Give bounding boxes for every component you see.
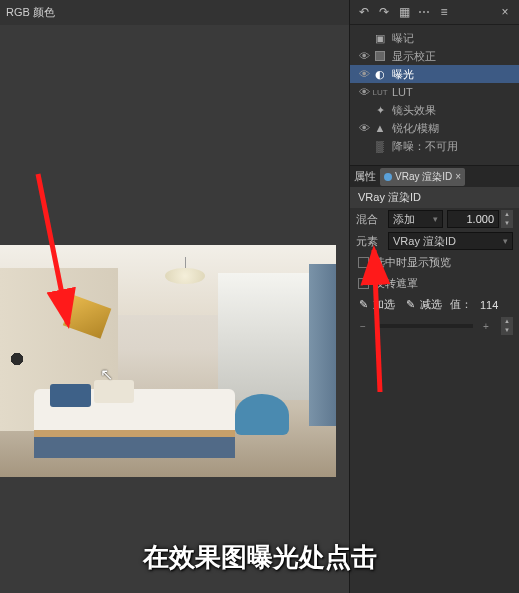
tab-close-icon[interactable]: ×: [455, 171, 461, 182]
subtract-selection-button[interactable]: ✎ 减选: [403, 297, 442, 312]
eye-icon[interactable]: 👁: [356, 68, 372, 80]
value-slider[interactable]: [376, 324, 473, 328]
render-viewport[interactable]: ↖: [0, 25, 349, 593]
render-image[interactable]: ↖: [0, 245, 336, 477]
grid-icon[interactable]: ▦: [396, 4, 412, 20]
record-icon: ▣: [372, 32, 388, 44]
eyedropper-plus-icon: ✎: [356, 298, 370, 312]
layer-row[interactable]: 👁 ▲ 锐化/模糊: [350, 119, 519, 137]
element-select[interactable]: VRay 渲染ID ▾: [388, 232, 513, 250]
tab-vray-renderid[interactable]: VRay 渲染ID ×: [380, 168, 465, 186]
mix-mode-select[interactable]: 添加 ▾: [388, 210, 443, 228]
chevron-down-icon: ▾: [503, 236, 508, 246]
chevron-down-icon: ▾: [433, 214, 438, 224]
value-number: 114: [480, 299, 498, 311]
checkbox-icon[interactable]: [372, 50, 388, 62]
add-selection-button[interactable]: ✎ 加选: [356, 297, 395, 312]
layer-row-exposure[interactable]: 👁 ◐ 曝光: [350, 65, 519, 83]
layer-row[interactable]: ▣ 曝记: [350, 29, 519, 47]
preview-label: 选中时显示预览: [374, 255, 451, 270]
menu-icon[interactable]: ≡: [436, 4, 452, 20]
lut-icon: LUT: [372, 86, 388, 98]
layer-row[interactable]: 👁 显示校正: [350, 47, 519, 65]
correction-layer-list: ▣ 曝记 👁 显示校正 👁 ◐ 曝光 👁 LUT LUT ✦ 镜头效果 👁 ▲ …: [350, 25, 519, 159]
minus-icon[interactable]: −: [356, 319, 370, 333]
preview-checkbox[interactable]: [358, 257, 369, 268]
spinner-icon[interactable]: ▲▼: [501, 317, 513, 335]
lens-icon: ✦: [372, 104, 388, 116]
element-label: 元素: [356, 234, 388, 249]
layer-row[interactable]: ✦ 镜头效果: [350, 101, 519, 119]
mode-label[interactable]: RGB 颜色: [6, 5, 55, 20]
mix-label: 混合: [356, 212, 388, 227]
section-title: VRay 渲染ID: [350, 187, 519, 208]
sharpen-icon: ▲: [372, 122, 388, 134]
eye-icon[interactable]: 👁: [356, 86, 372, 98]
invert-mask-checkbox[interactable]: [358, 278, 369, 289]
redo-icon[interactable]: ↷: [376, 4, 392, 20]
layer-row[interactable]: ▒ 降噪：不可用: [350, 137, 519, 155]
close-icon[interactable]: ×: [497, 4, 513, 20]
eye-icon[interactable]: 👁: [356, 122, 372, 134]
mix-value-input[interactable]: 1.000: [447, 210, 499, 228]
more-icon[interactable]: ⋯: [416, 4, 432, 20]
layer-row[interactable]: 👁 LUT LUT: [350, 83, 519, 101]
properties-label: 属性: [354, 169, 376, 184]
plus-icon[interactable]: +: [479, 319, 493, 333]
history-icon[interactable]: ↶: [356, 4, 372, 20]
value-label: 值：: [450, 297, 472, 312]
invert-mask-label: 反转遮罩: [374, 276, 418, 291]
denoise-icon: ▒: [372, 140, 388, 152]
vray-icon: [384, 173, 392, 181]
exposure-icon: ◐: [372, 68, 388, 80]
eye-icon[interactable]: 👁: [356, 50, 372, 62]
tutorial-caption: 在效果图曝光处点击: [0, 540, 519, 575]
eyedropper-minus-icon: ✎: [403, 298, 417, 312]
spinner-icon[interactable]: ▲▼: [501, 210, 513, 228]
